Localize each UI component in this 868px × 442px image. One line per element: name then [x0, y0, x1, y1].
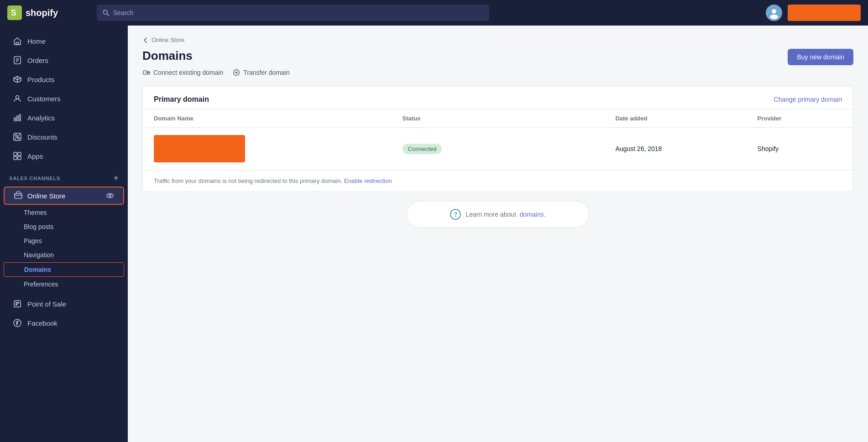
domains-link[interactable]: domains. — [520, 211, 546, 218]
enable-redirection-link[interactable]: Enable redirection — [344, 177, 392, 184]
sidebar-item-discounts-label: Discounts — [27, 133, 58, 141]
sidebar-item-customers[interactable]: Customers — [4, 89, 124, 108]
svg-rect-19 — [14, 152, 17, 156]
logo-text: shopify — [26, 8, 58, 18]
svg-point-5 — [770, 15, 778, 19]
transfer-domain-link[interactable]: Transfer domain — [232, 68, 289, 77]
svg-point-26 — [109, 195, 111, 197]
apps-icon — [13, 151, 22, 161]
sidebar-item-facebook[interactable]: Facebook — [4, 314, 124, 332]
svg-rect-12 — [14, 118, 16, 121]
sidebar-item-customers-label: Customers — [27, 95, 61, 103]
logo-area: S shopify — [7, 5, 89, 20]
pages-label: Pages — [24, 237, 42, 244]
facebook-icon — [13, 318, 22, 328]
buy-new-domain-button[interactable]: Buy new domain — [788, 49, 853, 65]
sidebar-item-online-store[interactable]: Online Store — [4, 187, 124, 205]
search-bar[interactable] — [97, 5, 489, 21]
svg-rect-29 — [16, 304, 17, 305]
domain-card-header: Primary domain Change primary domain — [143, 86, 853, 109]
online-store-label: Online Store — [27, 192, 65, 200]
sales-channels-title: SALES CHANNELS + — [0, 166, 128, 186]
app-body: Home Orders Products — [0, 26, 868, 442]
sidebar-item-discounts[interactable]: Discounts — [4, 128, 124, 146]
pos-icon — [13, 299, 22, 308]
svg-text:S: S — [11, 8, 16, 17]
sidebar: Home Orders Products — [0, 26, 128, 442]
pos-label: Point of Sale — [27, 300, 66, 308]
sidebar-sub-item-navigation[interactable]: Navigation — [4, 248, 124, 262]
shopify-logo-icon: S — [7, 5, 22, 20]
sidebar-sub-item-themes[interactable]: Themes — [4, 206, 124, 219]
search-icon — [102, 9, 110, 16]
col-provider: Provider — [747, 109, 853, 128]
connect-domain-icon — [142, 68, 151, 77]
sidebar-item-orders-label: Orders — [27, 57, 48, 64]
search-input[interactable] — [113, 9, 484, 16]
sidebar-sub-item-pages[interactable]: Pages — [4, 234, 124, 248]
connect-existing-domain-link[interactable]: Connect existing domain — [142, 68, 223, 77]
sidebar-item-products-label: Products — [27, 76, 54, 83]
domain-card: Primary domain Change primary domain Dom… — [142, 86, 853, 192]
redirect-notice: Traffic from your domains is not being r… — [143, 170, 853, 192]
date-added-cell: August 26, 2018 — [604, 128, 746, 170]
products-icon — [13, 75, 22, 84]
nav-right — [766, 5, 861, 21]
svg-rect-13 — [17, 116, 18, 121]
svg-point-4 — [772, 9, 776, 14]
facebook-label: Facebook — [27, 319, 58, 327]
learn-more-text: Learn more about domains. — [465, 211, 545, 218]
primary-domain-title: Primary domain — [154, 95, 209, 104]
sidebar-sub-item-blog-posts[interactable]: Blog posts — [4, 220, 124, 234]
provider-cell: Shopify — [747, 128, 853, 170]
preferences-label: Preferences — [24, 281, 58, 288]
svg-rect-21 — [14, 156, 17, 160]
sidebar-item-home[interactable]: Home — [4, 32, 124, 50]
analytics-icon — [13, 113, 22, 122]
top-nav: S shopify — [0, 0, 868, 26]
blog-posts-label: Blog posts — [24, 223, 53, 230]
navigation-label: Navigation — [24, 251, 54, 259]
domains-label: Domains — [24, 266, 51, 273]
avatar[interactable] — [766, 5, 782, 21]
svg-rect-23 — [15, 193, 22, 198]
sidebar-sub-item-domains[interactable]: Domains — [4, 262, 124, 277]
redirect-notice-text: Traffic from your domains is not being r… — [154, 177, 342, 184]
sidebar-item-products[interactable]: Products — [4, 70, 124, 88]
home-icon — [13, 36, 22, 46]
svg-rect-28 — [16, 302, 19, 303]
domain-table-row: Connected August 26, 2018 Shopify — [143, 128, 853, 170]
connect-domain-label: Connect existing domain — [153, 69, 223, 76]
chevron-left-icon — [142, 37, 149, 43]
domain-name-cell — [143, 128, 392, 170]
svg-point-25 — [107, 194, 113, 198]
learn-more-box: ? Learn more about domains. — [407, 201, 589, 228]
page-title: Domains — [142, 49, 193, 63]
svg-point-15 — [15, 135, 17, 136]
breadcrumb[interactable]: Online Store — [142, 36, 853, 43]
col-domain-name: Domain Name — [143, 109, 392, 128]
svg-rect-27 — [14, 301, 21, 307]
add-sales-channel-icon[interactable]: + — [114, 173, 119, 183]
sidebar-item-home-label: Home — [27, 37, 46, 45]
page-actions: Connect existing domain Transfer domain — [142, 68, 853, 77]
online-store-icon — [14, 191, 23, 200]
eye-icon[interactable] — [106, 192, 114, 200]
svg-rect-14 — [19, 114, 21, 121]
top-right-button[interactable] — [788, 5, 861, 21]
change-primary-domain-link[interactable]: Change primary domain — [774, 96, 842, 103]
page-header-row: Domains Buy new domain — [142, 49, 853, 68]
status-badge: Connected — [403, 144, 442, 154]
transfer-domain-icon — [232, 68, 241, 77]
col-status: Status — [392, 109, 605, 128]
svg-point-16 — [18, 137, 20, 139]
help-icon: ? — [450, 209, 461, 220]
sidebar-item-analytics[interactable]: Analytics — [4, 109, 124, 127]
main-content: Online Store Domains Buy new domain Conn… — [128, 26, 868, 442]
sidebar-item-orders[interactable]: Orders — [4, 51, 124, 69]
sidebar-item-apps[interactable]: Apps — [4, 147, 124, 165]
sidebar-sub-item-preferences[interactable]: Preferences — [4, 277, 124, 291]
sidebar-item-pos[interactable]: Point of Sale — [4, 295, 124, 313]
discounts-icon — [13, 132, 22, 141]
orders-icon — [13, 56, 22, 65]
